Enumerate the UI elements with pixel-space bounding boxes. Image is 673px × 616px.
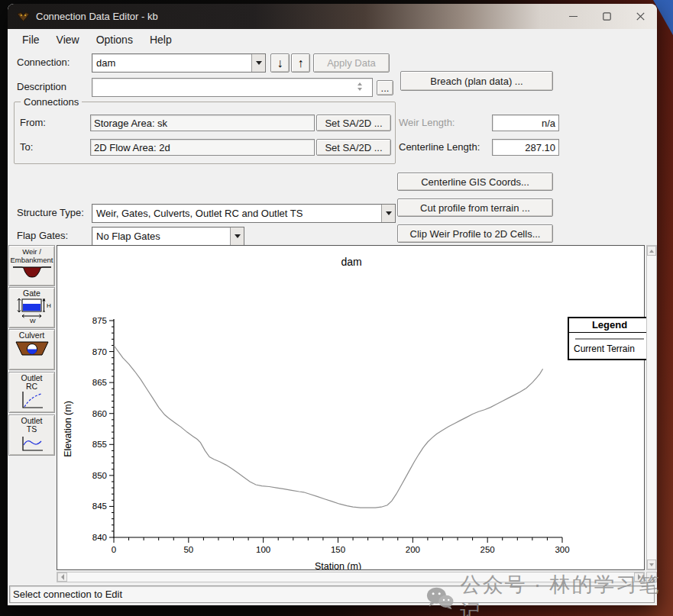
- description-ellipsis-button[interactable]: ...: [377, 80, 393, 95]
- description-spinner[interactable]: [358, 82, 362, 91]
- maximize-button[interactable]: [590, 4, 623, 29]
- menu-options[interactable]: Options: [89, 31, 140, 48]
- previous-connection-button[interactable]: ↓: [270, 53, 290, 73]
- svg-text:Elevation (m): Elevation (m): [63, 401, 73, 457]
- chevron-down-icon: [256, 61, 262, 65]
- status-text: Select connection to Edit: [13, 589, 122, 600]
- gate-icon: H W: [13, 298, 51, 324]
- connection-label: Connection:: [17, 56, 70, 68]
- svg-text:870: 870: [92, 347, 107, 356]
- resize-grip[interactable]: [646, 572, 657, 582]
- status-bar: Select connection to Edit: [9, 585, 655, 603]
- clip-weir-profile-button[interactable]: Clip Weir Profile to 2D Cells...: [397, 224, 553, 243]
- from-value: Storage Area: sk: [94, 118, 167, 129]
- profile-plot: 8408458508558608658708750501001502002503…: [57, 246, 644, 569]
- spinner-down-icon: [358, 88, 362, 91]
- scroll-left-icon: [60, 574, 65, 580]
- scroll-up-button[interactable]: [647, 246, 656, 256]
- hec-ras-app-icon: [17, 11, 30, 22]
- outlet-rc-icon: [20, 391, 44, 410]
- scroll-right-button[interactable]: [634, 572, 644, 582]
- legend-entry-current-terrain: Current Terrain: [574, 343, 645, 354]
- description-input[interactable]: [92, 78, 373, 97]
- svg-text:855: 855: [92, 440, 107, 449]
- svg-text:875: 875: [92, 316, 107, 325]
- sidebar-button-gate[interactable]: Gate H W: [8, 287, 55, 328]
- chart-legend: Legend Current Terrain: [568, 317, 652, 360]
- svg-text:300: 300: [555, 545, 569, 554]
- legend-title: Legend: [569, 318, 650, 333]
- next-connection-button[interactable]: ↑: [291, 53, 310, 73]
- centerline-length-label: Centerline Length:: [399, 141, 480, 153]
- terrain-profile-chart: 8408458508558608658708750501001502002503…: [57, 245, 645, 570]
- sidebar-button-outlet-rc[interactable]: Outlet RC: [8, 372, 55, 413]
- weir-embankment-icon: [12, 264, 52, 281]
- sidebar-button-weir-embankment[interactable]: Weir / Embankment: [8, 245, 55, 286]
- minimize-button[interactable]: [556, 4, 590, 29]
- centerline-length-value: 287.10: [492, 139, 559, 156]
- svg-text:200: 200: [406, 545, 420, 554]
- from-label: From:: [20, 117, 46, 128]
- weir-length-value: n/a: [492, 114, 559, 131]
- svg-text:dam: dam: [341, 256, 361, 268]
- cut-profile-from-terrain-button[interactable]: Cut profile from terrain ...: [397, 198, 553, 217]
- structure-type-value: Weir, Gates, Culverts, Outlet RC and Out…: [92, 208, 381, 219]
- set-sa2d-to-button[interactable]: Set SA/2D ...: [316, 139, 391, 156]
- centerline-gis-coords-button[interactable]: Centerline GIS Coords...: [397, 173, 553, 191]
- to-field[interactable]: 2D Flow Area: 2d: [90, 139, 315, 156]
- structure-type-dropdown-button[interactable]: [381, 205, 395, 222]
- svg-text:50: 50: [183, 545, 193, 554]
- chevron-down-icon: [386, 211, 392, 215]
- close-icon: [636, 12, 645, 21]
- scroll-down-button[interactable]: [647, 560, 656, 569]
- outlet-ts-icon: [20, 434, 44, 453]
- apply-data-button[interactable]: Apply Data: [313, 53, 390, 73]
- svg-text:W: W: [30, 318, 36, 324]
- scroll-right-icon: [637, 574, 642, 580]
- close-button[interactable]: [623, 4, 657, 29]
- flap-gates-combobox[interactable]: No Flap Gates: [92, 227, 244, 246]
- menu-help[interactable]: Help: [143, 31, 179, 48]
- svg-text:860: 860: [92, 409, 107, 418]
- minimize-icon: [569, 12, 578, 21]
- structure-type-combobox[interactable]: Weir, Gates, Culverts, Outlet RC and Out…: [92, 204, 396, 223]
- flap-gates-dropdown-button[interactable]: [230, 227, 244, 245]
- flap-gates-value: No Flap Gates: [92, 231, 230, 242]
- connection-data-editor-window: Connection Data Editor - kb File View Op…: [8, 4, 657, 605]
- svg-text:850: 850: [92, 471, 107, 480]
- scroll-up-icon: [649, 250, 654, 253]
- titlebar[interactable]: Connection Data Editor - kb: [8, 4, 657, 29]
- breach-plan-data-button[interactable]: Breach (plan data) ...: [400, 71, 553, 91]
- svg-text:0: 0: [112, 545, 116, 554]
- svg-text:150: 150: [331, 545, 345, 554]
- to-value: 2D Flow Area: 2d: [94, 142, 170, 153]
- menubar: File View Options Help: [8, 29, 657, 50]
- menu-view[interactable]: View: [50, 31, 86, 48]
- menu-file[interactable]: File: [15, 31, 47, 48]
- chevron-down-icon: [235, 234, 241, 238]
- connection-value: dam: [92, 57, 251, 69]
- chart-horizontal-scrollbar[interactable]: [57, 572, 645, 582]
- arrow-up-icon: ↑: [298, 57, 304, 69]
- svg-text:840: 840: [92, 533, 107, 542]
- svg-text:100: 100: [256, 545, 270, 554]
- to-label: To:: [20, 141, 33, 153]
- spinner-up-icon: [358, 82, 362, 85]
- maximize-icon: [603, 12, 611, 21]
- connection-dropdown-button[interactable]: [251, 54, 265, 72]
- connection-combobox[interactable]: dam: [92, 53, 266, 73]
- scroll-down-icon: [649, 563, 654, 566]
- svg-text:845: 845: [92, 502, 107, 511]
- chart-vertical-scrollbar[interactable]: [646, 245, 657, 570]
- structure-type-label: Structure Type:: [17, 207, 84, 218]
- svg-text:865: 865: [92, 378, 107, 387]
- sidebar-button-culvert[interactable]: Culvert: [8, 329, 55, 370]
- scroll-left-button[interactable]: [57, 572, 67, 582]
- description-label: Description: [17, 81, 66, 92]
- connections-group-title: Connections: [21, 96, 82, 108]
- set-sa2d-from-button[interactable]: Set SA/2D ...: [316, 114, 391, 131]
- from-field[interactable]: Storage Area: sk: [90, 114, 315, 131]
- svg-text:Station (m): Station (m): [315, 561, 361, 569]
- sidebar-button-outlet-ts[interactable]: Outlet TS: [8, 414, 55, 456]
- weir-length-label: Weir Length:: [399, 117, 455, 128]
